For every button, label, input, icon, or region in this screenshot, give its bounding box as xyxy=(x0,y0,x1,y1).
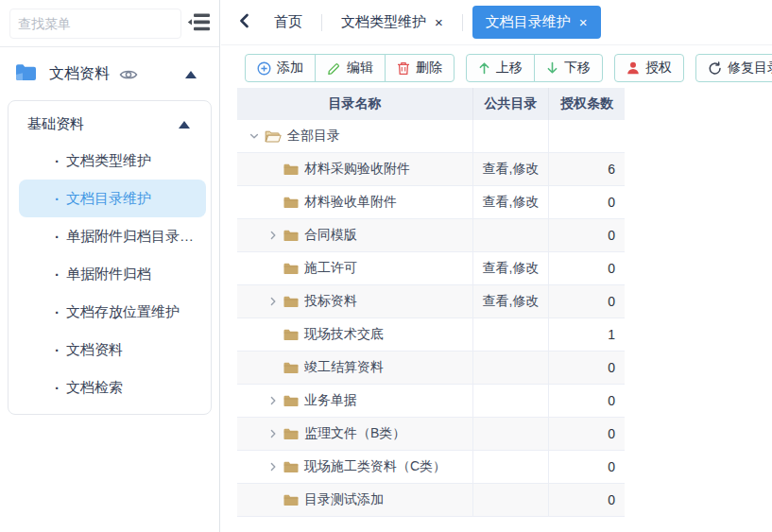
toolbar-button-label: 编辑 xyxy=(347,60,373,77)
table-row[interactable]: 现场技术交底 1 xyxy=(237,318,625,352)
toolbar-button[interactable]: 编辑 xyxy=(315,54,386,82)
row-name: 竣工结算资料 xyxy=(304,359,384,376)
toolbar-button-label: 修复目录路径 xyxy=(728,60,772,77)
toolbar-button[interactable]: 添加 xyxy=(245,54,316,82)
row-name: 投标资料 xyxy=(304,293,357,310)
table-header: 目录名称 公共目录 授权条数 xyxy=(237,88,625,120)
table-row[interactable]: 合同模版 0 xyxy=(237,219,625,252)
tab[interactable]: 文档目录维护 × xyxy=(472,6,601,39)
table-row[interactable]: 目录测试添加 0 xyxy=(237,484,625,517)
row-public-perms xyxy=(473,484,549,516)
circle-plus-icon xyxy=(257,61,271,76)
row-name: 现场技术交底 xyxy=(304,326,384,343)
app-window: 文档资料 基础资料 · 文档类型维护 · 文档目录维护 · 单据附件归档目录… … xyxy=(0,0,772,532)
sidebar-item-label: 文档目录维护 xyxy=(66,190,151,208)
column-header-count: 授权条数 xyxy=(549,88,625,120)
row-name: 目录测试添加 xyxy=(304,491,384,508)
row-auth-count: 0 xyxy=(549,285,625,317)
table-row[interactable]: 现场施工类资料（C类） 0 xyxy=(237,451,625,484)
sidebar-menu: · 文档类型维护 · 文档目录维护 · 单据附件归档目录… · 单据附件归档 ·… xyxy=(9,142,211,406)
toolbar-button-group: 修复目录路径 xyxy=(695,54,772,82)
chevron-up-icon xyxy=(185,71,197,78)
row-name: 材料采购验收附件 xyxy=(304,161,410,178)
row-auth-count: 0 xyxy=(549,252,625,284)
sidebar-item[interactable]: · 文档类型维护 xyxy=(19,142,206,180)
table-row[interactable]: 材料验收单附件 查看,修改 0 xyxy=(237,186,625,219)
tab[interactable]: 文档类型维护 × xyxy=(332,6,453,39)
section-label: 文档资料 xyxy=(49,64,110,84)
tab-label: 首页 xyxy=(274,13,302,31)
toolbar-button[interactable]: 删除 xyxy=(385,54,455,82)
toolbar-button-group: 授权 xyxy=(614,54,684,82)
sidebar-item-label: 单据附件归档 xyxy=(66,266,151,283)
tab-bar: 首页 文档类型维护 × 文档目录维护 × xyxy=(221,0,772,45)
row-auth-count: 6 xyxy=(549,153,625,185)
toolbar-button[interactable]: 下移 xyxy=(534,54,603,82)
table-row[interactable]: 监理文件（B类） 0 xyxy=(237,418,625,451)
sidebar-search-row xyxy=(0,0,219,47)
collapse-sidebar-button[interactable] xyxy=(185,10,214,37)
content: 添加 编辑 删除 上移 下移 授权 修复目录路径 目录名称 公共目录 授权条数 xyxy=(221,45,772,517)
sidebar: 文档资料 基础资料 · 文档类型维护 · 文档目录维护 · 单据附件归档目录… … xyxy=(0,0,220,532)
toolbar-button[interactable]: 上移 xyxy=(466,54,535,82)
row-auth-count: 0 xyxy=(549,385,625,417)
row-name: 合同模版 xyxy=(304,227,357,244)
column-header-name: 目录名称 xyxy=(237,88,473,120)
tab-label: 文档目录维护 xyxy=(486,13,571,31)
table-row[interactable]: 竣工结算资料 0 xyxy=(237,352,625,385)
row-auth-count: 0 xyxy=(549,484,625,516)
sidebar-item[interactable]: · 单据附件归档 xyxy=(19,255,206,293)
tab-divider xyxy=(462,14,463,31)
bullet-icon: · xyxy=(55,304,60,320)
row-public-perms xyxy=(473,318,549,351)
bullet-icon: · xyxy=(55,342,60,358)
tabs-back-button[interactable] xyxy=(232,9,255,35)
row-public-perms: 查看,修改 xyxy=(473,186,549,218)
sidebar-section-document-material[interactable]: 文档资料 xyxy=(0,47,219,96)
caret-right-icon[interactable] xyxy=(267,461,283,472)
row-public-perms xyxy=(473,385,549,417)
close-icon[interactable]: × xyxy=(579,15,588,29)
toolbar-button[interactable]: 授权 xyxy=(614,54,684,82)
caret-right-icon[interactable] xyxy=(267,428,283,439)
sidebar-item[interactable]: · 单据附件归档目录… xyxy=(19,217,206,255)
sidebar-item[interactable]: · 文档目录维护 xyxy=(19,180,206,217)
table-row[interactable]: 施工许可 查看,修改 0 xyxy=(237,252,625,285)
caret-right-icon[interactable] xyxy=(267,296,283,307)
folder-closed-icon xyxy=(283,197,299,209)
caret-right-icon[interactable] xyxy=(267,230,283,241)
arrow-up-icon xyxy=(478,61,490,75)
sidebar-item[interactable]: · 文档存放位置维护 xyxy=(19,293,206,331)
eye-icon[interactable] xyxy=(119,68,138,81)
row-name: 施工许可 xyxy=(304,260,357,277)
toolbar-button[interactable]: 修复目录路径 xyxy=(695,54,772,82)
toolbar-button-label: 删除 xyxy=(416,60,442,77)
toolbar-button-label: 授权 xyxy=(645,60,672,77)
collapse-menu-icon xyxy=(187,12,212,35)
bullet-icon: · xyxy=(55,153,60,169)
toolbar-button-group: 上移 下移 xyxy=(466,54,603,82)
group-label: 基础资料 xyxy=(27,115,84,133)
sidebar-item[interactable]: · 文档检索 xyxy=(19,369,206,406)
close-icon[interactable]: × xyxy=(435,15,443,29)
folder-closed-icon xyxy=(283,329,299,341)
caret-down-icon[interactable] xyxy=(249,130,265,142)
caret-right-icon[interactable] xyxy=(267,395,283,406)
table-row[interactable]: 业务单据 0 xyxy=(237,385,625,418)
table-row[interactable]: 全部目录 xyxy=(237,120,625,153)
row-public-perms xyxy=(473,219,549,251)
tab-label: 文档类型维护 xyxy=(341,13,426,31)
table-row[interactable]: 材料采购验收附件 查看,修改 6 xyxy=(237,153,625,186)
folder-open-icon xyxy=(265,130,282,143)
toolbar-button-label: 添加 xyxy=(277,60,303,77)
row-auth-count: 0 xyxy=(549,186,625,218)
search-input[interactable] xyxy=(9,9,181,39)
table-row[interactable]: 投标资料 查看,修改 0 xyxy=(237,285,625,318)
sidebar-item[interactable]: · 文档资料 xyxy=(19,331,206,369)
row-name: 业务单据 xyxy=(304,392,357,409)
bullet-icon: · xyxy=(55,380,60,396)
tab[interactable]: 首页 xyxy=(265,6,312,39)
row-public-perms xyxy=(473,120,549,152)
row-public-perms xyxy=(473,451,549,483)
sidebar-group-basic-data[interactable]: 基础资料 xyxy=(9,101,211,142)
